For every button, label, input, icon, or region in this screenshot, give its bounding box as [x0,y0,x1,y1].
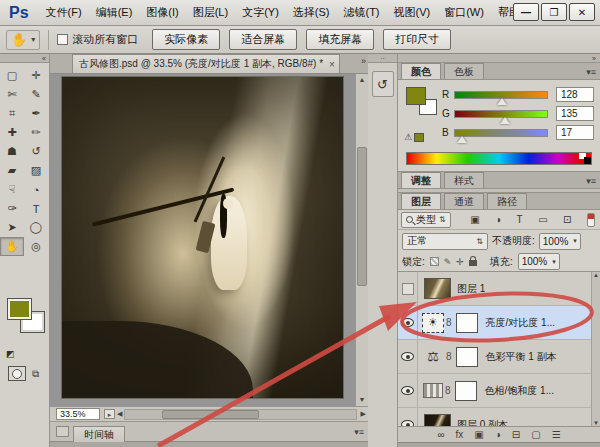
dock-collapse[interactable]: ·· [368,54,397,63]
gamut-color-chip[interactable] [414,133,424,142]
foreground-color-swatch[interactable] [8,299,31,319]
opacity-combo[interactable]: 100% ▾ [539,233,581,250]
timeline-tab[interactable]: 时间轴 [73,426,125,442]
add-layer-mask-icon[interactable]: ▣ [474,429,483,440]
visibility-eye-icon[interactable] [401,386,414,395]
tab-overflow-icon[interactable]: » [361,56,366,66]
blue-value-field[interactable]: 17 [556,125,594,140]
layer-thumbnail[interactable] [424,414,451,426]
pen-tool[interactable]: ✑ [0,199,24,218]
minimize-button[interactable]: — [513,3,539,21]
rectangular-marquee-tool[interactable]: ▢ [0,66,24,85]
canvas-vertical-scrollbar[interactable]: ▲ ▼ [355,74,368,406]
layer-name[interactable]: 图层 0 副本 [457,418,508,427]
move-tool[interactable]: ✛ [24,66,48,85]
black-chip[interactable] [584,157,591,164]
filter-toggle-switch[interactable] [587,213,595,227]
crop-tool[interactable]: ⌗ [0,104,24,123]
brightness-contrast-icon[interactable]: ☀ [422,313,444,333]
tab-channels[interactable]: 通道 [444,193,484,209]
history-panel-icon[interactable]: ↺ [372,71,394,97]
dodge-tool[interactable]: ◔ [24,180,48,199]
view-button[interactable]: 实际像素 [152,29,220,50]
canvas[interactable]: ▲ ▼ [50,74,368,406]
tool-preset-picker[interactable]: ✋ ▾ [6,30,40,50]
blue-slider[interactable] [454,129,548,137]
layer-mask-thumbnail[interactable] [455,381,477,401]
filter-adjustment-layers-icon[interactable]: ◑ [495,214,501,225]
vertical-scroll-thumb[interactable] [357,147,367,286]
menu-item[interactable]: 图层(L) [186,4,235,20]
gradient-tool[interactable]: ▨ [24,161,48,180]
visibility-eye-icon[interactable] [401,352,414,361]
scroll-up-icon[interactable]: ▲ [593,272,599,278]
layer-name[interactable]: 图层 1 [457,282,485,296]
layer-name[interactable]: 色彩平衡 1 副本 [486,350,557,364]
ellipse-tool[interactable]: ◯ [24,218,48,237]
history-brush-tool[interactable]: ↺ [24,142,48,161]
menu-item[interactable]: 窗口(W) [437,4,491,20]
layer-row-brightness-contrast[interactable]: ☀ 8 亮度/对比度 1... [398,306,600,340]
tab-paths[interactable]: 路径 [487,193,527,209]
close-tab-icon[interactable]: × [329,59,335,70]
filter-pixel-layers-icon[interactable]: ▣ [470,214,479,225]
zoom-tool[interactable]: ◎ [24,237,48,256]
layer-row-layer-0-copy[interactable]: 图层 0 副本 [398,408,600,426]
scroll-down-icon[interactable]: ▼ [593,420,599,426]
blend-mode-dropdown[interactable]: 正常 ⇅ [402,233,488,250]
path-selection-tool[interactable]: ➤ [0,218,24,237]
menu-item[interactable]: 图像(I) [139,4,185,20]
lock-pixels-icon[interactable]: ✎ [444,257,452,267]
tab-layers[interactable]: 图层 [401,193,441,209]
panel-collapse-chevrons[interactable]: » [398,54,600,63]
color-balance-icon[interactable]: ⚖ [422,347,444,367]
red-slider[interactable] [454,91,548,99]
lasso-tool[interactable]: ✄ [0,85,24,104]
warning-icon[interactable]: ⚠ [404,132,412,142]
green-slider[interactable] [454,110,548,118]
lock-transparency-icon[interactable] [430,257,439,266]
visibility-eye-icon[interactable] [401,420,414,426]
eyedropper-tool[interactable]: ✒ [24,104,48,123]
lock-all-icon[interactable] [469,260,477,266]
document-tab[interactable]: 古风修图.psd @ 33.5% (亮度/对比度 1 副本, RGB/8#) *… [72,54,340,73]
layer-name[interactable]: 色相/饱和度 1... [485,384,554,398]
green-value-field[interactable]: 135 [556,106,594,121]
horizontal-scroll-thumb[interactable] [162,410,259,419]
fill-combo[interactable]: 100% ▾ [518,253,560,270]
menu-item[interactable]: 滤镜(T) [336,4,386,20]
hue-saturation-icon[interactable] [423,383,443,398]
new-adjustment-layer-icon[interactable]: ◑ [495,429,501,440]
scroll-all-windows-checkbox[interactable] [57,34,68,45]
delete-layer-icon[interactable]: ☰ [552,429,561,440]
color-spectrum-ramp[interactable] [406,152,592,165]
tab-color[interactable]: 颜色 [401,63,441,79]
type-tool[interactable]: T [24,199,48,218]
doc-info-icon[interactable]: ▸ [104,409,115,419]
mask-link-icon[interactable]: 8 [446,317,452,328]
layer-style-icon[interactable]: fx [456,429,464,440]
menu-item[interactable]: 选择(S) [286,4,337,20]
quick-mask-button[interactable] [8,366,26,381]
brush-tool[interactable]: ✏ [24,123,48,142]
healing-brush-tool[interactable]: ✚ [0,123,24,142]
screen-mode-icon[interactable]: ⧉ [32,368,39,380]
filter-type-dropdown[interactable]: 类型 ⇅ [401,212,451,228]
eraser-tool[interactable]: ▰ [0,161,24,180]
scroll-down-icon[interactable]: ▼ [356,394,368,406]
layer-mask-thumbnail[interactable] [456,313,478,333]
view-button[interactable]: 适合屏幕 [229,29,297,50]
timeline-menu-icon[interactable]: ▾≡ [354,427,364,437]
mask-link-icon[interactable]: 8 [445,385,451,396]
menu-item[interactable]: 视图(V) [387,4,438,20]
visibility-eye-icon[interactable] [401,318,414,327]
clone-stamp-tool[interactable]: ☗ [0,142,24,161]
menu-item[interactable]: 编辑(E) [89,4,140,20]
menu-item[interactable]: 文字(Y) [235,4,286,20]
filter-type-layers-icon[interactable]: T [517,214,523,225]
filter-shape-layers-icon[interactable]: ▭ [538,214,547,225]
close-button[interactable]: ✕ [569,3,595,21]
mask-link-icon[interactable]: 8 [446,351,452,362]
blue-slider-thumb[interactable] [457,136,467,143]
new-layer-icon[interactable]: ▢ [531,429,540,440]
